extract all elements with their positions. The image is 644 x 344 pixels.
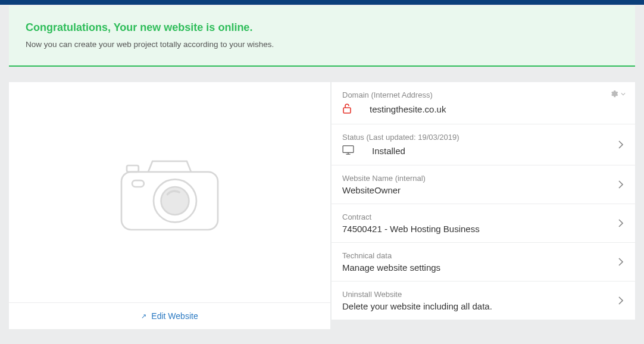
chevron-right-icon — [618, 180, 623, 189]
svg-rect-1 — [127, 165, 139, 172]
website-preview-placeholder — [9, 82, 330, 302]
chevron-right-icon — [618, 219, 623, 227]
uninstall-chevron — [618, 296, 623, 305]
camera-icon — [116, 148, 223, 237]
domain-label: Domain (Internet Address) — [342, 90, 624, 99]
banner-subtitle: Now you can create your web project tota… — [26, 40, 618, 49]
edit-website-link[interactable]: ↗ Edit Website — [9, 302, 330, 329]
svg-rect-6 — [343, 146, 354, 153]
status-value: Installed — [372, 146, 405, 156]
svg-rect-5 — [343, 108, 351, 113]
chevron-right-icon — [618, 296, 623, 305]
status-label: Status (Last updated: 19/03/2019) — [342, 133, 624, 142]
contract-value: 74500421 - Web Hosting Business — [342, 224, 624, 234]
website-name-panel[interactable]: Website Name (internal) WebsiteOwner — [332, 165, 635, 204]
unlock-icon — [342, 103, 352, 115]
monitor-icon — [342, 145, 354, 157]
success-banner: Congratulations, Your new website is onl… — [9, 6, 635, 67]
technical-label: Technical data — [342, 251, 624, 260]
contract-panel[interactable]: Contract 74500421 - Web Hosting Business — [332, 204, 635, 242]
technical-chevron — [618, 258, 623, 266]
domain-value: testingthesite.co.uk — [370, 104, 446, 114]
gear-icon — [609, 89, 618, 98]
details-column: Domain (Internet Address) testingthesite… — [332, 82, 635, 329]
banner-title: Congratulations, Your new website is onl… — [26, 21, 618, 34]
domain-panel: Domain (Internet Address) testingthesite… — [332, 82, 635, 124]
chevron-right-icon — [618, 140, 623, 149]
website-name-chevron — [618, 180, 623, 189]
preview-card: ↗ Edit Website — [9, 82, 330, 329]
technical-data-panel[interactable]: Technical data Manage website settings — [332, 243, 635, 281]
contract-chevron — [618, 219, 623, 227]
uninstall-value: Delete your website including all data. — [342, 301, 624, 311]
svg-rect-4 — [132, 180, 144, 187]
top-nav-bar — [0, 0, 644, 5]
chevron-right-icon — [618, 258, 623, 266]
uninstall-panel[interactable]: Uninstall Website Delete your website in… — [332, 282, 635, 320]
domain-settings-menu[interactable] — [609, 89, 626, 98]
uninstall-label: Uninstall Website — [342, 290, 624, 299]
main-content: ↗ Edit Website Domain (Internet Address)… — [0, 67, 644, 338]
website-name-value: WebsiteOwner — [342, 185, 624, 195]
technical-value: Manage website settings — [342, 262, 624, 273]
website-name-label: Website Name (internal) — [342, 174, 624, 183]
status-panel[interactable]: Status (Last updated: 19/03/2019) Instal… — [332, 124, 635, 165]
status-chevron — [618, 140, 623, 149]
contract-label: Contract — [342, 212, 624, 221]
external-link-icon: ↗ — [141, 312, 146, 320]
edit-website-label: Edit Website — [151, 311, 198, 321]
chevron-down-icon — [621, 92, 626, 96]
